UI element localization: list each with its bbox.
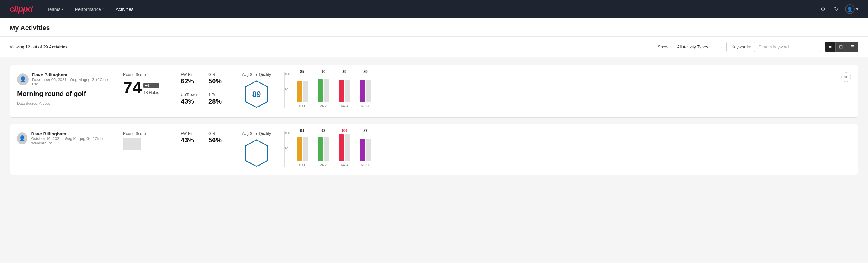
user-info-2: 👤 Dave Billingham October 16, 2021 - Gog…	[17, 131, 114, 145]
hexagon: 89	[245, 80, 269, 108]
bar-group-ott-2: 94 OTT	[297, 128, 308, 167]
user-details: Dave Billingham December 05, 2021 - Gog …	[32, 72, 114, 86]
viewing-text: Viewing 12 out of 29 Activities	[10, 45, 653, 49]
bar-ott-bg	[303, 81, 308, 102]
compact-view-button[interactable]: ☰	[847, 42, 858, 52]
card-stats: FW Hit 62% GIR 50% Up/Down 43% 1 Putt 28…	[181, 72, 229, 110]
y-axis-2: 100 50 0	[284, 131, 290, 167]
content: 👤 Dave Billingham December 05, 2021 - Go…	[0, 57, 868, 188]
bar-group-putt: 89 PUTT	[360, 69, 371, 108]
bar-container	[339, 134, 350, 161]
stat-fw-hit-2: FW Hit 43%	[181, 131, 201, 144]
user-avatar: 👤	[845, 4, 855, 14]
bar-arg-bg-2	[345, 134, 350, 161]
user-name-2: Dave Billingham	[31, 131, 114, 136]
chart-container-2: 100 50 0 94 OTT 93	[284, 131, 851, 167]
nav-right: ⊕ ↻ 👤 ▾	[819, 4, 858, 14]
bar-app-bg-2	[323, 137, 329, 161]
user-details-2: Dave Billingham October 16, 2021 - Gog M…	[31, 131, 114, 145]
viewing-suffix: Activities	[49, 45, 68, 49]
show-filter-group: Show: All Activity Types	[658, 42, 726, 52]
score-badge: +4	[144, 83, 159, 88]
stat-gir: GIR 50%	[209, 72, 229, 85]
grid-view-button[interactable]: ⊞	[836, 42, 847, 52]
page-title: My Activities	[10, 18, 50, 36]
show-label: Show:	[658, 45, 670, 49]
refresh-icon[interactable]: ↻	[832, 5, 840, 13]
bar-container	[318, 134, 329, 161]
svg-marker-1	[246, 140, 268, 167]
activity-title: Morning round of golf	[17, 90, 114, 98]
quality-label-2: Avg Shot Quality	[242, 131, 271, 136]
bar-group-arg-2: 106 ARG	[339, 128, 350, 167]
y-axis: 100 50 0	[284, 72, 290, 108]
bar-container	[297, 134, 308, 161]
avatar: 👤	[17, 74, 29, 85]
hexagon-svg-2	[245, 139, 269, 167]
avg-shot-quality: Avg Shot Quality 89	[239, 72, 275, 108]
nav-item-performance[interactable]: Performance ▾	[70, 4, 108, 14]
activity-type-select[interactable]: All Activity Types	[673, 42, 726, 52]
card-left: 👤 Dave Billingham December 05, 2021 - Go…	[17, 72, 114, 106]
bar-container	[339, 75, 350, 102]
activity-card-2: 👤 Dave Billingham October 16, 2021 - Gog…	[10, 124, 858, 175]
stat-1putt: 1 Putt 28%	[209, 92, 229, 105]
add-icon[interactable]: ⊕	[819, 5, 827, 13]
score-holes: 18 Holes	[144, 90, 159, 95]
bar-group-putt-2: 87 PUTT	[360, 128, 371, 167]
keywords-filter-group: Keywords:	[732, 42, 820, 52]
bar-arg-bg	[345, 80, 350, 102]
nav-links: Teams ▾ Performance ▾ Activities	[42, 4, 809, 14]
activity-card: 👤 Dave Billingham December 05, 2021 - Go…	[10, 65, 858, 118]
bar-app-2	[318, 137, 323, 161]
logo[interactable]: clippd	[10, 4, 32, 14]
bar-putt	[360, 80, 365, 102]
view-toggles: ≡ ⊞ ☰	[825, 41, 858, 52]
navbar: clippd Teams ▾ Performance ▾ Activities …	[0, 0, 868, 18]
quality-label: Avg Shot Quality	[242, 72, 271, 77]
list-view-button[interactable]: ≡	[825, 42, 836, 52]
user-info: 👤 Dave Billingham December 05, 2021 - Go…	[17, 72, 114, 86]
bar-app	[318, 80, 323, 102]
stat-fw-hit: FW Hit 62%	[181, 72, 201, 85]
bar-ott	[297, 81, 302, 102]
bar-container	[297, 75, 308, 102]
score-number: 74	[123, 79, 142, 96]
bar-group-app-2: 93 APP	[318, 128, 329, 167]
nav-item-teams[interactable]: Teams ▾	[42, 4, 68, 14]
card-score-2: Round Score	[123, 131, 171, 150]
user-date: December 05, 2021 - Gog Magog Golf Club …	[32, 77, 114, 86]
bar-putt-bg	[366, 80, 371, 102]
bar-arg-2	[339, 134, 344, 161]
chart-area-2: 100 50 0 94 OTT 93	[284, 131, 851, 167]
score-info: +4 18 Holes	[144, 83, 159, 96]
score-value: 74 +4 18 Holes	[123, 79, 171, 96]
score-placeholder	[123, 138, 141, 150]
nav-item-activities[interactable]: Activities	[111, 4, 138, 14]
card-score: Round Score 74 +4 18 Holes	[123, 72, 171, 96]
chart-container: ✏ 100 50 0 85 OTT 90	[284, 72, 851, 108]
bar-container	[360, 134, 371, 161]
avg-shot-quality-2: Avg Shot Quality	[239, 131, 275, 167]
bar-group-app: 90 APP	[318, 69, 329, 108]
bar-ott-2	[297, 137, 302, 161]
chart-area: 100 50 0 85 OTT 90	[284, 72, 851, 108]
stat-updown: Up/Down 43%	[181, 92, 201, 105]
search-input[interactable]	[754, 42, 820, 52]
round-score-label-2: Round Score	[123, 131, 171, 136]
bar-putt-bg-2	[366, 139, 371, 161]
bar-group-ott: 85 OTT	[297, 69, 308, 108]
user-chevron-icon: ▾	[856, 6, 858, 12]
teams-chevron-icon: ▾	[62, 7, 63, 11]
user-date-2: October 16, 2021 - Gog Magog Golf Club -…	[31, 136, 114, 145]
viewing-total: 29	[43, 45, 48, 49]
bar-app-bg	[323, 80, 329, 102]
round-score-label: Round Score	[123, 72, 171, 77]
card-left-2: 👤 Dave Billingham October 16, 2021 - Gog…	[17, 131, 114, 149]
user-menu-button[interactable]: 👤 ▾	[845, 4, 858, 14]
bar-putt-2	[360, 139, 365, 161]
page-header: My Activities	[0, 18, 868, 37]
avatar-2: 👤	[17, 133, 27, 144]
data-source: Data Source: Arccos	[17, 101, 114, 106]
performance-chevron-icon: ▾	[102, 7, 104, 11]
